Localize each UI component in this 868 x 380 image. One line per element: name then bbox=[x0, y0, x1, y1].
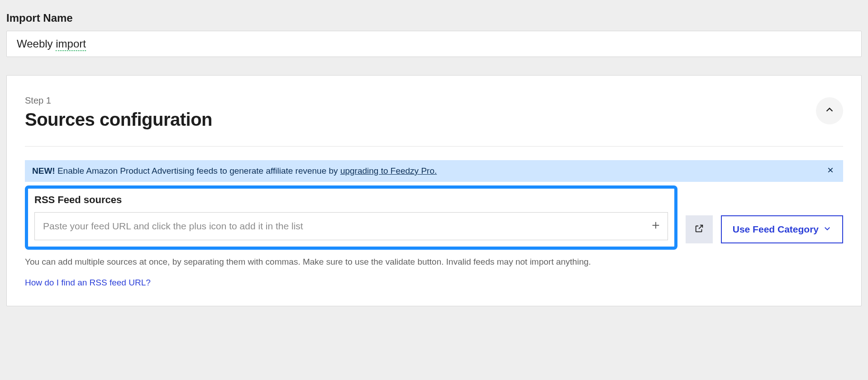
chevron-up-icon bbox=[825, 105, 835, 117]
feed-url-input[interactable] bbox=[35, 213, 644, 240]
external-link-icon bbox=[694, 223, 704, 235]
promo-banner-close-button[interactable] bbox=[825, 166, 836, 176]
promo-banner-link[interactable]: upgrading to Feedzy Pro. bbox=[340, 166, 437, 176]
rss-helper-text: You can add multiple sources at once, by… bbox=[25, 256, 843, 268]
promo-banner-text: NEW! Enable Amazon Product Advertising f… bbox=[32, 166, 820, 176]
plus-icon bbox=[651, 220, 661, 232]
feed-url-input-group bbox=[34, 212, 668, 240]
import-name-input[interactable]: Weebly import bbox=[6, 31, 862, 57]
divider bbox=[25, 146, 843, 147]
promo-banner: NEW! Enable Amazon Product Advertising f… bbox=[25, 160, 843, 182]
validate-feed-button[interactable] bbox=[686, 215, 713, 243]
collapse-toggle-button[interactable] bbox=[816, 97, 843, 124]
close-icon bbox=[827, 166, 834, 176]
promo-banner-body: Enable Amazon Product Advertising feeds … bbox=[55, 166, 340, 176]
import-name-value: Weebly import bbox=[17, 38, 86, 51]
add-feed-button[interactable] bbox=[644, 213, 668, 240]
rss-sources-highlight: RSS Feed sources bbox=[25, 185, 677, 250]
use-feed-category-button[interactable]: Use Feed Category bbox=[721, 215, 843, 243]
rss-help-link[interactable]: How do I find an RSS feed URL? bbox=[25, 278, 151, 288]
step-label: Step 1 bbox=[25, 95, 816, 106]
sources-config-card: Step 1 Sources configuration NEW! Enable… bbox=[6, 75, 862, 306]
promo-banner-badge: NEW! bbox=[32, 166, 55, 176]
use-feed-category-label: Use Feed Category bbox=[733, 224, 819, 235]
chevron-down-icon bbox=[823, 224, 831, 235]
rss-sources-label: RSS Feed sources bbox=[34, 194, 668, 206]
import-name-text-word: import bbox=[56, 38, 86, 51]
step-title: Sources configuration bbox=[25, 109, 816, 130]
import-name-text-pre: Weebly bbox=[17, 38, 56, 50]
import-name-label: Import Name bbox=[6, 12, 862, 24]
